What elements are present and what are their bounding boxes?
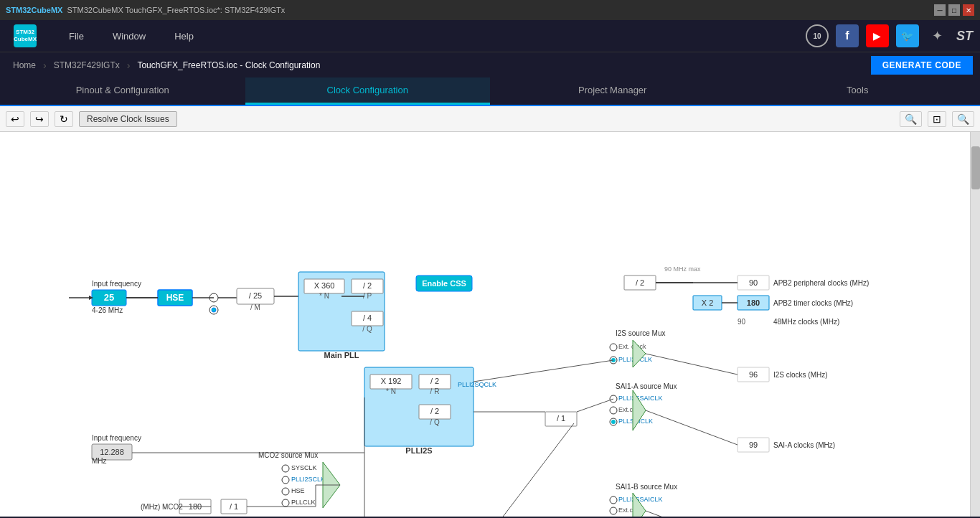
enable-css-label: Enable CSS: [422, 279, 466, 288]
mul-n-plli2s-label: * N: [386, 387, 396, 395]
div-q-plli2s-value: / 2: [430, 407, 439, 415]
div-m-label: / M: [250, 303, 260, 311]
i2s-source-mux-label: I2S source Mux: [616, 329, 665, 337]
menu-file[interactable]: File: [55, 20, 98, 52]
mco2-mhz-label: (MHz) MCO2: [141, 503, 183, 511]
zoom-out-button[interactable]: 🔍: [952, 111, 974, 127]
generate-code-button[interactable]: GENERATE CODE: [871, 56, 973, 75]
mhz48-label: 48MHz clocks (MHz): [773, 318, 839, 326]
x2-apb2-value: X 2: [702, 298, 714, 307]
apb2-periph-label: APB2 peripheral clocks (MHz): [773, 279, 869, 287]
app-logo-text: STM32CubeMX: [6, 6, 62, 14]
radio-mco2-hse[interactable]: [282, 488, 289, 495]
input-freq-1-value: 25: [104, 292, 114, 303]
mhz90-max-label: 90 MHz max: [664, 265, 701, 273]
right-scrollbar[interactable]: [970, 132, 980, 517]
radio-hse-bot-fill: [212, 308, 216, 312]
plli2sqclk-label: PLLI2SQCLK: [458, 381, 496, 388]
breadcrumb-bar: Home › STM32F429IGTx › TouchGFX_FreeRTOS…: [0, 52, 980, 77]
mul-n-main-value: X 360: [314, 281, 335, 290]
sysclk-div2-value: / 2: [636, 278, 644, 287]
apb2-timer-label: APB2 timer clocks (MHz): [773, 299, 853, 307]
sai1-b-mux-label: SAI1-B source Mux: [616, 483, 677, 491]
facebook-icon[interactable]: f: [836, 24, 859, 47]
tab-clock[interactable]: Clock Configuration: [245, 77, 491, 105]
main-tabs: Pinout & Configuration Clock Configurati…: [0, 77, 980, 106]
breadcrumb-file[interactable]: TouchGFX_FreeRTOS.ioc - Clock Configurat…: [131, 59, 326, 72]
menu-help[interactable]: Help: [160, 20, 208, 52]
div-r-plli2s-label: / R: [430, 387, 440, 395]
div1-plli2sq-value: / 1: [557, 414, 565, 423]
input-range-1: 4-26 MHz: [92, 306, 123, 314]
mco2-sysclk-label: SYSCLK: [291, 464, 317, 471]
tab-pinout[interactable]: Pinout & Configuration: [0, 77, 245, 105]
div-m-value: / 25: [249, 291, 262, 300]
mco2-hse-label: HSE: [291, 487, 305, 494]
radio-i2s-ext[interactable]: [610, 344, 617, 351]
mul-n-plli2s-value: X 192: [381, 377, 402, 385]
radio-mco2-sysclk[interactable]: [282, 465, 289, 472]
st-logo-icon: ST: [956, 29, 973, 44]
titlebar-left: STM32CubeMX STM32CubeMX TouchGFX_FreeRTO…: [6, 6, 285, 14]
clock-configuration-area: ↩ ↪ ↻ Resolve Clock Issues 🔍 ⊡ 🔍 Input f…: [0, 106, 980, 517]
breadcrumb-home[interactable]: Home: [7, 59, 42, 72]
hse-label: HSE: [166, 293, 184, 303]
scroll-thumb[interactable]: [971, 146, 980, 189]
diagram-svg: Input frequency 25 4-26 MHz HSE / 25 /: [0, 132, 970, 517]
maximize-button[interactable]: □: [948, 4, 960, 16]
mco2-plli2sclk-label: PLLI2SCLK: [291, 476, 325, 483]
youtube-icon[interactable]: ▶: [866, 24, 889, 47]
titlebar-title: STM32CubeMX TouchGFX_FreeRTOS.ioc*: STM3…: [67, 6, 285, 14]
anniversary-icon: 10: [806, 24, 829, 47]
radio-mco2-pllclk[interactable]: [282, 499, 289, 507]
main-pll-label: Main PLL: [324, 351, 359, 359]
radio-sai-a-ext[interactable]: [610, 407, 617, 414]
resolve-clock-button[interactable]: Resolve Clock Issues: [79, 111, 177, 127]
radio-mco2-plli2s[interactable]: [282, 476, 289, 484]
radio-sai-a-pllsai-fill: [611, 420, 616, 424]
menubar: STM32CubeMX File Window Help 10 f ▶ 🐦 ✦ …: [0, 20, 980, 52]
div-p-value: / 2: [363, 281, 372, 290]
input-freq-2-value: 12.288: [100, 448, 124, 456]
breadcrumb-sep-1: ›: [43, 60, 47, 71]
undo-button[interactable]: ↩: [6, 111, 24, 127]
input-freq-unit: MHz: [92, 457, 107, 465]
network-icon[interactable]: ✦: [926, 24, 949, 47]
titlebar-controls[interactable]: ─ □ ✕: [934, 4, 974, 16]
minimize-button[interactable]: ─: [934, 4, 946, 16]
div-q-plli2s-label: / Q: [430, 418, 440, 426]
apb2-periph-val: 90: [749, 278, 758, 287]
mul-n-label: * N: [319, 292, 329, 300]
sai-a-clocks-label: SAI-A clocks (MHz): [773, 441, 835, 449]
zoom-fit-button[interactable]: ⊡: [928, 111, 946, 127]
menu-window[interactable]: Window: [98, 20, 160, 52]
div1-mco2-val: / 1: [230, 502, 238, 511]
div-q-main-value: / 4: [363, 314, 372, 322]
clock-diagram: Input frequency 25 4-26 MHz HSE / 25 /: [0, 132, 980, 517]
apb2-timer-val: 180: [747, 298, 760, 307]
redo-button[interactable]: ↪: [30, 111, 49, 127]
tab-project-manager[interactable]: Project Manager: [490, 77, 735, 105]
sai-a-clocks-val: 99: [749, 441, 758, 449]
refresh-button[interactable]: ↻: [55, 111, 73, 127]
menu-social-icons: 10 f ▶ 🐦 ✦ ST: [806, 24, 973, 47]
plli2ssaiclk-a-label: PLLI2SSAICLK: [618, 395, 663, 402]
stm32-logo: STM32CubeMX: [7, 23, 43, 49]
plli2ssaiclk-b-label: PLLI2SSAICLK: [618, 496, 663, 503]
tab-tools[interactable]: Tools: [735, 77, 981, 105]
i2s-clocks-label: I2S clocks (MHz): [773, 371, 828, 379]
radio-sai-b-ext[interactable]: [610, 507, 617, 514]
sai1-a-mux-label: SAI1-A source Mux: [616, 382, 677, 390]
div-q-label: / Q: [362, 325, 372, 333]
i2s-clocks-val: 96: [749, 370, 758, 379]
menu-items: File Window Help: [55, 20, 806, 52]
input-freq-label-1: Input frequency: [92, 280, 141, 288]
plli2s-label: PLLI2S: [405, 446, 432, 455]
mco2-pllclk-label: PLLCLK: [291, 499, 316, 506]
radio-sai-b-plli2s[interactable]: [610, 496, 617, 504]
breadcrumb-chip[interactable]: STM32F429IGTx: [48, 59, 126, 72]
twitter-icon[interactable]: 🐦: [896, 24, 919, 47]
close-button[interactable]: ✕: [963, 4, 974, 16]
zoom-in-button[interactable]: 🔍: [900, 111, 922, 127]
div-r-plli2s-value: / 2: [430, 377, 439, 385]
